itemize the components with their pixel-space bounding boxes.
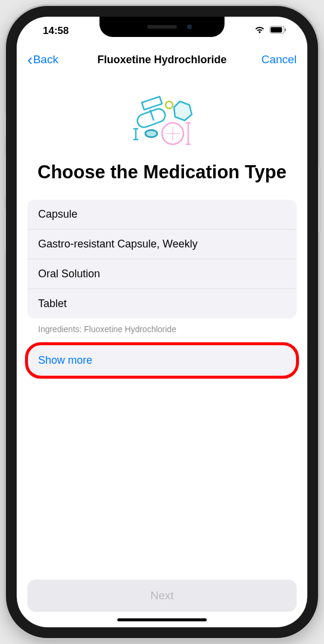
page-heading: Choose the Medication Type xyxy=(27,161,297,200)
screen: 14:58 ‹ Back Fluoxetine Hydrochloride Ca… xyxy=(17,17,307,627)
svg-point-5 xyxy=(166,101,173,109)
type-option-oral[interactable]: Oral Solution xyxy=(27,259,297,289)
spacer xyxy=(27,376,297,572)
back-label: Back xyxy=(33,53,58,66)
ingredients-text: Ingredients: Fluoxetine Hydrochloride xyxy=(27,318,297,345)
wifi-icon xyxy=(254,25,266,37)
volume-down-button xyxy=(3,209,6,250)
medication-illustration xyxy=(27,74,297,161)
ingredients-value: Fluoxetine Hydrochloride xyxy=(84,324,176,334)
svg-marker-6 xyxy=(174,101,192,120)
nav-title: Fluoxetine Hydrochloride xyxy=(75,54,249,66)
svg-rect-3 xyxy=(136,107,167,129)
type-option-tablet[interactable]: Tablet xyxy=(27,289,297,318)
chevron-left-icon: ‹ xyxy=(27,52,33,67)
notch xyxy=(99,17,225,37)
next-button[interactable]: Next xyxy=(27,580,297,612)
home-indicator[interactable] xyxy=(117,618,207,621)
svg-rect-1 xyxy=(271,27,282,33)
power-button xyxy=(318,167,321,233)
status-icons xyxy=(254,25,289,37)
svg-point-10 xyxy=(145,130,157,137)
ingredients-label: Ingredients: xyxy=(38,324,82,334)
status-time: 14:58 xyxy=(35,25,68,37)
show-more-button[interactable]: Show more xyxy=(27,346,297,375)
type-option-gastro[interactable]: Gastro-resistant Capsule, Weekly xyxy=(27,230,297,259)
mute-switch xyxy=(3,113,6,137)
volume-up-button xyxy=(3,155,6,197)
content-area: Choose the Medication Type Capsule Gastr… xyxy=(17,74,307,572)
nav-bar: ‹ Back Fluoxetine Hydrochloride Cancel xyxy=(17,45,307,74)
battery-icon xyxy=(269,25,287,37)
svg-rect-2 xyxy=(285,29,286,32)
type-option-capsule[interactable]: Capsule xyxy=(27,200,297,230)
pills-icon xyxy=(114,91,210,150)
type-list: Capsule Gastro-resistant Capsule, Weekly… xyxy=(27,200,297,318)
cancel-button[interactable]: Cancel xyxy=(249,53,297,66)
back-button[interactable]: ‹ Back xyxy=(27,52,75,67)
show-more-container: Show more xyxy=(27,345,297,376)
device-frame: 14:58 ‹ Back Fluoxetine Hydrochloride Ca… xyxy=(6,6,318,638)
